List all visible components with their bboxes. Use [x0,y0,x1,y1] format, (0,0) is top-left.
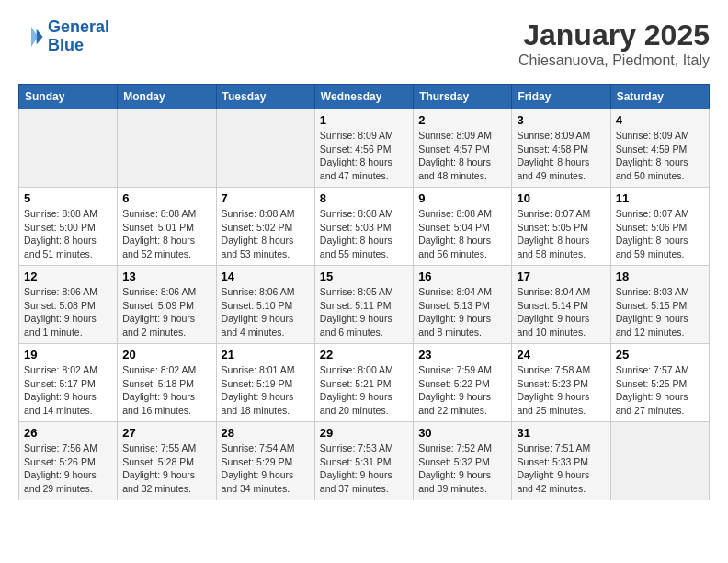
calendar-cell: 22Sunrise: 8:00 AM Sunset: 5:21 PM Dayli… [314,344,413,422]
day-number: 2 [418,113,506,127]
day-detail: Sunrise: 8:09 AM Sunset: 4:59 PM Dayligh… [616,129,704,183]
day-number: 11 [616,191,704,205]
day-detail: Sunrise: 8:02 AM Sunset: 5:17 PM Dayligh… [24,363,112,418]
day-detail: Sunrise: 7:58 AM Sunset: 5:23 PM Dayligh… [517,363,605,418]
day-number: 30 [418,426,506,440]
day-number: 22 [320,348,408,362]
day-number: 9 [418,191,506,205]
day-detail: Sunrise: 8:09 AM Sunset: 4:58 PM Dayligh… [517,129,605,183]
day-detail: Sunrise: 8:09 AM Sunset: 4:56 PM Dayligh… [320,129,408,183]
day-detail: Sunrise: 7:56 AM Sunset: 5:26 PM Dayligh… [24,442,112,496]
day-detail: Sunrise: 8:00 AM Sunset: 5:21 PM Dayligh… [320,363,408,418]
day-number: 17 [517,270,605,283]
calendar-cell: 21Sunrise: 8:01 AM Sunset: 5:19 PM Dayli… [216,344,314,422]
calendar-cell: 12Sunrise: 8:06 AM Sunset: 5:08 PM Dayli… [19,266,118,344]
calendar-cell [216,109,314,188]
calendar-week-2: 5Sunrise: 8:08 AM Sunset: 5:00 PM Daylig… [19,188,710,266]
calendar-cell [610,422,709,500]
day-detail: Sunrise: 7:59 AM Sunset: 5:22 PM Dayligh… [418,363,506,418]
calendar-week-4: 19Sunrise: 8:02 AM Sunset: 5:17 PM Dayli… [19,344,710,422]
calendar-cell: 30Sunrise: 7:52 AM Sunset: 5:32 PM Dayli… [414,422,512,500]
day-detail: Sunrise: 8:06 AM Sunset: 5:10 PM Dayligh… [222,285,310,339]
calendar-subtitle: Chiesanuova, Piedmont, Italy [518,52,710,69]
calendar-cell: 31Sunrise: 7:51 AM Sunset: 5:33 PM Dayli… [512,422,610,500]
day-detail: Sunrise: 8:09 AM Sunset: 4:57 PM Dayligh… [418,129,506,183]
day-number: 29 [320,426,408,440]
day-detail: Sunrise: 8:06 AM Sunset: 5:08 PM Dayligh… [24,285,112,339]
day-detail: Sunrise: 7:52 AM Sunset: 5:32 PM Dayligh… [418,442,506,496]
calendar-cell: 23Sunrise: 7:59 AM Sunset: 5:22 PM Dayli… [414,344,512,422]
calendar-cell: 19Sunrise: 8:02 AM Sunset: 5:17 PM Dayli… [19,344,118,422]
day-number: 23 [418,348,506,362]
day-detail: Sunrise: 7:55 AM Sunset: 5:28 PM Dayligh… [122,442,210,496]
day-number: 1 [320,113,408,127]
day-detail: Sunrise: 8:02 AM Sunset: 5:18 PM Dayligh… [122,363,210,418]
day-detail: Sunrise: 8:08 AM Sunset: 5:04 PM Dayligh… [418,207,506,261]
calendar-cell: 5Sunrise: 8:08 AM Sunset: 5:00 PM Daylig… [19,188,118,266]
day-number: 24 [517,348,605,362]
calendar-week-1: 1Sunrise: 8:09 AM Sunset: 4:56 PM Daylig… [19,109,710,188]
day-number: 31 [517,426,605,440]
day-number: 10 [517,191,605,205]
day-number: 12 [24,270,112,283]
header-wednesday: Wednesday [314,85,413,109]
day-number: 5 [24,191,112,205]
day-number: 19 [24,348,112,362]
calendar-cell: 4Sunrise: 8:09 AM Sunset: 4:59 PM Daylig… [610,109,709,188]
day-number: 4 [616,113,704,127]
calendar-cell: 11Sunrise: 8:07 AM Sunset: 5:06 PM Dayli… [610,188,709,266]
header-saturday: Saturday [610,85,709,109]
calendar-cell: 25Sunrise: 7:57 AM Sunset: 5:25 PM Dayli… [610,344,709,422]
day-detail: Sunrise: 7:53 AM Sunset: 5:31 PM Dayligh… [320,442,408,496]
header-friday: Friday [512,85,610,109]
calendar-cell: 10Sunrise: 8:07 AM Sunset: 5:05 PM Dayli… [512,188,610,266]
day-number: 27 [122,426,210,440]
calendar-cell: 15Sunrise: 8:05 AM Sunset: 5:11 PM Dayli… [314,266,413,344]
day-number: 6 [122,191,210,205]
day-number: 20 [122,348,210,362]
calendar-cell: 1Sunrise: 8:09 AM Sunset: 4:56 PM Daylig… [314,109,413,188]
logo: General Blue [18,18,109,55]
header-row: Sunday Monday Tuesday Wednesday Thursday… [19,85,710,109]
day-number: 8 [320,191,408,205]
day-number: 21 [222,348,310,362]
calendar-cell: 16Sunrise: 8:04 AM Sunset: 5:13 PM Dayli… [414,266,512,344]
header-tuesday: Tuesday [216,85,314,109]
calendar-cell: 28Sunrise: 7:54 AM Sunset: 5:29 PM Dayli… [216,422,314,500]
day-number: 18 [616,270,704,283]
day-detail: Sunrise: 8:08 AM Sunset: 5:01 PM Dayligh… [122,207,210,261]
day-number: 7 [222,191,310,205]
calendar-week-3: 12Sunrise: 8:06 AM Sunset: 5:08 PM Dayli… [19,266,710,344]
day-detail: Sunrise: 8:08 AM Sunset: 5:00 PM Dayligh… [24,207,112,261]
calendar-title: January 2025 [518,18,710,52]
calendar-cell: 29Sunrise: 7:53 AM Sunset: 5:31 PM Dayli… [314,422,413,500]
day-detail: Sunrise: 7:51 AM Sunset: 5:33 PM Dayligh… [517,442,605,496]
day-number: 26 [24,426,112,440]
day-detail: Sunrise: 8:07 AM Sunset: 5:05 PM Dayligh… [517,207,605,261]
calendar-cell: 13Sunrise: 8:06 AM Sunset: 5:09 PM Dayli… [118,266,216,344]
calendar-cell: 2Sunrise: 8:09 AM Sunset: 4:57 PM Daylig… [414,109,512,188]
calendar-cell: 7Sunrise: 8:08 AM Sunset: 5:02 PM Daylig… [216,188,314,266]
day-detail: Sunrise: 8:08 AM Sunset: 5:02 PM Dayligh… [222,207,310,261]
calendar-cell: 26Sunrise: 7:56 AM Sunset: 5:26 PM Dayli… [19,422,118,500]
day-number: 13 [122,270,210,283]
day-number: 28 [222,426,310,440]
calendar-cell: 8Sunrise: 8:08 AM Sunset: 5:03 PM Daylig… [314,188,413,266]
calendar-cell: 18Sunrise: 8:03 AM Sunset: 5:15 PM Dayli… [610,266,709,344]
calendar-cell [118,109,216,188]
day-detail: Sunrise: 8:04 AM Sunset: 5:13 PM Dayligh… [418,285,506,339]
calendar-cell: 20Sunrise: 8:02 AM Sunset: 5:18 PM Dayli… [118,344,216,422]
calendar-week-5: 26Sunrise: 7:56 AM Sunset: 5:26 PM Dayli… [19,422,710,500]
calendar-cell: 17Sunrise: 8:04 AM Sunset: 5:14 PM Dayli… [512,266,610,344]
page-header: General Blue January 2025 Chiesanuova, P… [18,18,710,69]
header-thursday: Thursday [414,85,512,109]
calendar-cell: 6Sunrise: 8:08 AM Sunset: 5:01 PM Daylig… [118,188,216,266]
calendar-table: Sunday Monday Tuesday Wednesday Thursday… [18,84,710,500]
day-detail: Sunrise: 8:07 AM Sunset: 5:06 PM Dayligh… [616,207,704,261]
logo-text: General Blue [48,18,109,55]
day-detail: Sunrise: 8:08 AM Sunset: 5:03 PM Dayligh… [320,207,408,261]
day-number: 16 [418,270,506,283]
day-number: 3 [517,113,605,127]
calendar-cell: 14Sunrise: 8:06 AM Sunset: 5:10 PM Dayli… [216,266,314,344]
calendar-cell: 3Sunrise: 8:09 AM Sunset: 4:58 PM Daylig… [512,109,610,188]
